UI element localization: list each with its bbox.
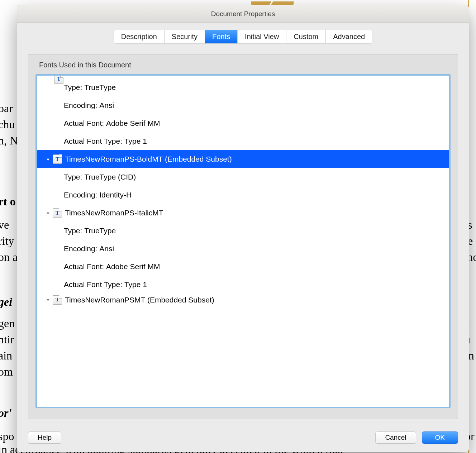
bg-text-fragment: ain [0,348,20,364]
font-property-row[interactable]: Type: TrueType (CID) [37,168,449,186]
dialog-button-row: Help Cancel OK [17,426,469,452]
font-property-row[interactable]: Actual Font Type: Type 1 [37,276,449,294]
bg-text-fragment: gei [0,294,20,310]
font-name: TimesNewRomanPSMT (Embedded Subset) [65,296,214,304]
bg-text-fragment: n, N [0,133,20,149]
font-property-row[interactable]: Encoding: Identity-H [37,186,449,204]
font-property-row[interactable]: Actual Font: Adobe Serif MM [37,258,449,276]
bg-text-fragment: gen [0,315,20,332]
document-properties-dialog: Document Properties Description Security… [17,5,469,452]
bg-text-fragment: oar [0,100,20,116]
chevron-down-icon[interactable]: ▼ [43,211,53,215]
tab-security[interactable]: Security [165,30,205,43]
bg-text-fragment: rt o [0,194,20,210]
bg-text-fragment: or' [0,405,20,421]
font-file-icon: T [53,154,62,164]
font-property-row[interactable]: Type: TrueType [37,222,449,240]
bg-text-fragment: ve [0,217,20,233]
font-property-row[interactable]: Actual Font: Adobe Serif MM [37,114,449,132]
font-row-selected[interactable]: ▼ T TimesNewRomanPS-BoldMT (Embedded Sub… [37,150,449,168]
ok-button[interactable]: OK [422,431,458,444]
tab-description[interactable]: Description [114,30,165,43]
help-button[interactable]: Help [28,431,61,444]
bg-text-fragment: chu [0,116,20,133]
font-file-icon: T [53,295,62,305]
font-row[interactable]: ▼ T TimesNewRomanPS-ItalicMT [37,204,449,222]
fonts-panel: Fonts Used in this Document T Type: True… [28,54,458,419]
bg-text-fragment: on a [0,249,20,265]
tab-advanced[interactable]: Advanced [326,30,372,43]
font-property-row[interactable]: Encoding: Ansi [37,96,449,114]
bg-text-fragment: om [0,364,20,380]
font-file-icon: T [53,208,62,218]
bg-text-fragment: ntir [0,332,20,348]
fonts-tree[interactable]: T Type: TrueType Encoding: Ansi Actual F… [35,74,451,408]
tab-fonts[interactable]: Fonts [205,30,238,43]
font-file-icon: T [54,75,63,84]
panel-heading: Fonts Used in this Document [39,61,451,69]
dialog-title: Document Properties [17,5,469,23]
chevron-down-icon[interactable]: ▼ [43,157,53,161]
font-property-row[interactable]: Actual Font Type: Type 1 [37,132,449,150]
font-name: TimesNewRomanPS-BoldMT (Embedded Subset) [65,155,232,163]
tab-bar: Description Security Fonts Initial View … [28,30,458,43]
tab-initial-view[interactable]: Initial View [238,30,286,43]
font-property-row[interactable]: Encoding: Ansi [37,240,449,258]
font-name: TimesNewRomanPS-ItalicMT [65,209,163,217]
cancel-button[interactable]: Cancel [375,431,416,444]
font-property-row[interactable]: Type: TrueType [37,78,449,96]
font-row[interactable]: ▼ T TimesNewRomanPSMT (Embedded Subset) [37,294,449,306]
tab-custom[interactable]: Custom [286,30,326,43]
dialog-content: Description Security Fonts Initial View … [17,23,469,426]
bg-text-fragment: rity [0,233,20,249]
font-icon-fragment: T [37,76,449,78]
chevron-down-icon[interactable]: ▼ [43,298,53,302]
